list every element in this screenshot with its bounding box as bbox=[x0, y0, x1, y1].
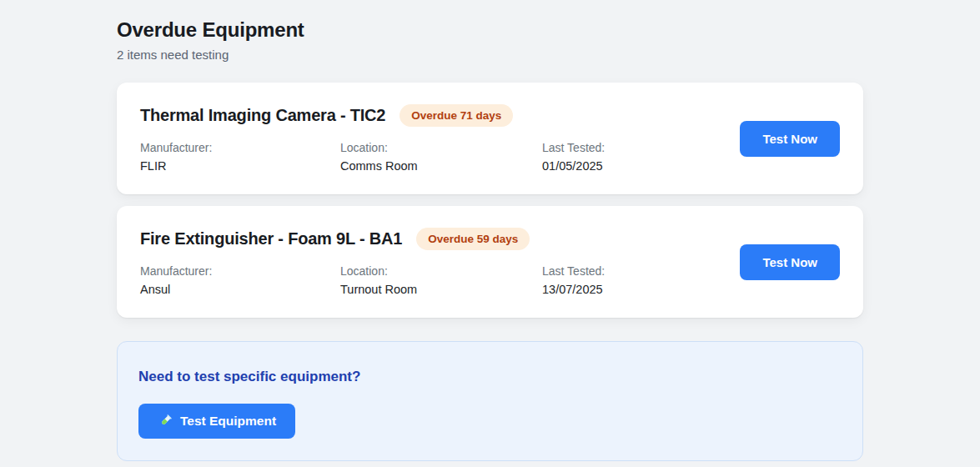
last-tested-field: Last Tested: 13/07/2025 bbox=[542, 264, 720, 296]
manufacturer-label: Manufacturer: bbox=[140, 141, 340, 154]
equipment-name: Thermal Imaging Camera - TIC2 bbox=[140, 106, 385, 125]
last-tested-value: 13/07/2025 bbox=[542, 283, 720, 296]
overdue-equipment-page: Overdue Equipment 2 items need testing T… bbox=[117, 18, 863, 461]
equipment-name: Fire Extinguisher - Foam 9L - BA1 bbox=[140, 229, 402, 249]
test-now-button[interactable]: Test Now bbox=[740, 244, 840, 280]
equipment-card: Thermal Imaging Camera - TIC2 Overdue 71… bbox=[117, 83, 863, 194]
last-tested-label: Last Tested: bbox=[542, 141, 720, 154]
location-value: Turnout Room bbox=[340, 283, 542, 296]
last-tested-value: 01/05/2025 bbox=[542, 159, 720, 173]
location-field: Location: Turnout Room bbox=[340, 264, 542, 296]
test-now-button[interactable]: Test Now bbox=[740, 121, 840, 157]
page-title: Overdue Equipment bbox=[117, 18, 863, 42]
test-specific-panel: Need to test specific equipment? Test Eq… bbox=[117, 341, 863, 461]
overdue-badge: Overdue 71 days bbox=[400, 104, 513, 127]
equipment-fields: Manufacturer: FLIR Location: Comms Room … bbox=[140, 141, 720, 173]
panel-heading: Need to test specific equipment? bbox=[138, 369, 841, 385]
equipment-card: Fire Extinguisher - Foam 9L - BA1 Overdu… bbox=[117, 206, 863, 318]
manufacturer-label: Manufacturer: bbox=[140, 264, 340, 278]
equipment-title-row: Thermal Imaging Camera - TIC2 Overdue 71… bbox=[140, 104, 720, 127]
overdue-badge: Overdue 59 days bbox=[416, 228, 530, 250]
equipment-card-content: Fire Extinguisher - Foam 9L - BA1 Overdu… bbox=[140, 228, 720, 296]
location-field: Location: Comms Room bbox=[340, 141, 542, 173]
test-tube-icon bbox=[158, 414, 173, 429]
manufacturer-field: Manufacturer: Ansul bbox=[140, 264, 340, 296]
equipment-fields: Manufacturer: Ansul Location: Turnout Ro… bbox=[140, 264, 720, 296]
manufacturer-field: Manufacturer: FLIR bbox=[140, 141, 340, 173]
manufacturer-value: Ansul bbox=[140, 283, 340, 296]
equipment-title-row: Fire Extinguisher - Foam 9L - BA1 Overdu… bbox=[140, 228, 720, 250]
page-subtitle: 2 items need testing bbox=[117, 48, 863, 62]
location-label: Location: bbox=[340, 264, 542, 278]
location-value: Comms Room bbox=[340, 159, 542, 173]
test-equipment-button[interactable]: Test Equipment bbox=[138, 404, 295, 439]
test-equipment-button-label: Test Equipment bbox=[180, 414, 276, 429]
last-tested-label: Last Tested: bbox=[542, 264, 720, 278]
manufacturer-value: FLIR bbox=[140, 159, 340, 173]
equipment-card-content: Thermal Imaging Camera - TIC2 Overdue 71… bbox=[140, 104, 720, 173]
location-label: Location: bbox=[340, 141, 542, 154]
last-tested-field: Last Tested: 01/05/2025 bbox=[542, 141, 720, 173]
